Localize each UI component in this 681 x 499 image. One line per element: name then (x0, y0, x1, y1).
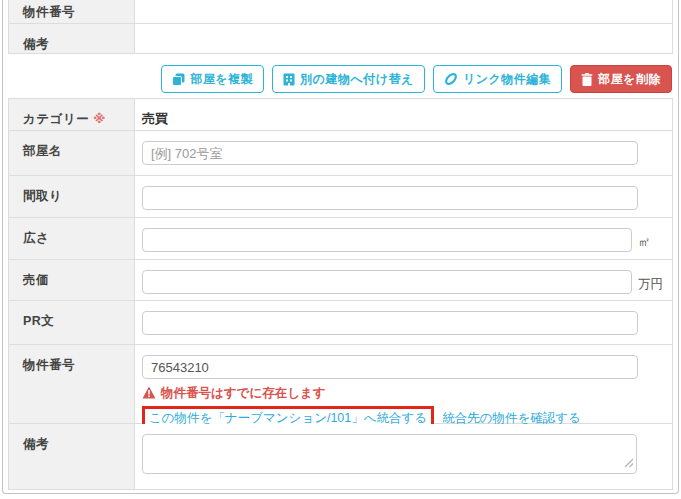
warning-icon (142, 386, 156, 402)
room-edit-panel: 物件番号 備考 部屋を複製 (2, 0, 679, 494)
table-row: 備考 (9, 23, 672, 53)
table-row: 物件番号 (9, 0, 672, 23)
category-value: 売買 (135, 99, 672, 130)
size-row: 広さ ㎡ (9, 217, 672, 259)
notes-row: 備考 (9, 423, 672, 489)
required-mark: ※ (93, 112, 106, 126)
pr-row: PR文 (9, 300, 672, 344)
delete-room-button[interactable]: 部屋を削除 (570, 65, 672, 93)
floor-plan-row: 間取り (9, 175, 672, 217)
price-input[interactable] (142, 270, 632, 294)
room-actions-toolbar: 部屋を複製 別の建物へ付け替え リンク物件編集 (8, 65, 672, 93)
size-input[interactable] (142, 228, 632, 252)
upper-summary-table: 物件番号 備考 (8, 0, 673, 54)
reassign-building-label: 別の建物へ付け替え (300, 71, 414, 88)
floor-plan-input[interactable] (142, 186, 638, 210)
reassign-building-button[interactable]: 別の建物へ付け替え (272, 65, 425, 93)
pr-input[interactable] (142, 311, 638, 335)
link-property-edit-button[interactable]: リンク物件編集 (433, 65, 562, 93)
property-number-error: 物件番号はすでに存在します (142, 385, 664, 402)
category-row: カテゴリー※ 売買 (9, 99, 672, 130)
room-name-input[interactable] (142, 141, 638, 165)
pr-label: PR文 (9, 301, 135, 344)
room-name-row: 部屋名 (9, 130, 672, 175)
trash-icon (581, 73, 593, 86)
size-unit: ㎡ (638, 228, 651, 251)
duplicate-room-button[interactable]: 部屋を複製 (161, 65, 264, 93)
notes-value (135, 24, 672, 53)
size-label: 広さ (9, 218, 135, 259)
notes-textarea[interactable] (142, 434, 637, 474)
price-row: 売価 万円 (9, 259, 672, 300)
room-name-label: 部屋名 (9, 131, 135, 175)
notes-label: 備考 (9, 424, 135, 489)
notes-label: 備考 (9, 24, 135, 53)
floor-plan-label: 間取り (9, 176, 135, 217)
property-number-row: 物件番号 物件番号はすでに存在します この物件を「ナーブマンシ (9, 344, 672, 423)
error-message: 物件番号はすでに存在します (161, 385, 326, 402)
property-number-label: 物件番号 (9, 0, 135, 23)
link-property-edit-label: リンク物件編集 (463, 71, 551, 88)
delete-room-label: 部屋を削除 (598, 71, 661, 88)
price-label: 売価 (9, 260, 135, 300)
link-icon (444, 72, 458, 86)
copy-icon (172, 73, 185, 86)
merge-property-link[interactable]: この物件を「ナーブマンション/101」へ統合する (149, 411, 427, 425)
duplicate-room-label: 部屋を複製 (190, 71, 253, 88)
building-icon (283, 73, 295, 86)
price-unit: 万円 (638, 270, 663, 293)
category-label: カテゴリー※ (9, 99, 135, 130)
property-number-value (135, 0, 672, 23)
room-form-table: カテゴリー※ 売買 部屋名 間取り 広さ ㎡ 売価 (8, 98, 673, 490)
property-number-input[interactable] (142, 355, 638, 379)
property-number-label: 物件番号 (9, 345, 135, 423)
